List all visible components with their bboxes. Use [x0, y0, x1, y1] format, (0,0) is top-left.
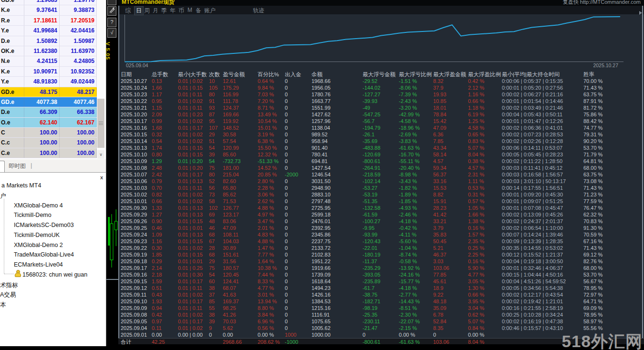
menu-item-账户[interactable]: 账户 — [204, 7, 216, 15]
menu-item-轨迹[interactable]: 轨迹 — [253, 7, 264, 15]
table-row: 2025.10.270.130.01 | 0.021012.610.64 %01… — [118, 78, 644, 84]
navigator-item[interactable]: XMGlobal-Demo 4 — [14, 202, 63, 209]
cell: 37.9 — [433, 84, 468, 91]
market-watch-row[interactable]: D.e66.30966.338 — [0, 107, 97, 117]
market-watch-row[interactable]: D.e1.508921.50987 — [0, 36, 97, 46]
cell: 0 — [285, 191, 312, 198]
menu-item-备[interactable]: 备 — [196, 7, 201, 15]
cell: 0 — [285, 104, 312, 111]
cell: 2345.86 — [312, 231, 363, 238]
cell: -230.11 — [363, 318, 399, 325]
check-button[interactable]: √ — [107, 28, 116, 38]
market-watch-row[interactable]: Y.e48.9183049.02449 — [0, 77, 97, 87]
menu-item-月[interactable]: 月 — [153, 7, 158, 15]
market-watch-row[interactable]: GD.e1.296831.29776 — [0, 0, 97, 5]
cell: 0 — [285, 84, 312, 91]
navigator-item[interactable]: ECMarkets-Live04 — [14, 261, 63, 268]
cell: -144.02 — [363, 84, 399, 91]
help-button[interactable]: ? — [107, 18, 116, 27]
cell: 53.70 % — [583, 271, 644, 278]
market-watch-row[interactable]: Y.e41.9968442.04416 — [0, 26, 97, 36]
tab-active-edge[interactable] — [0, 161, 5, 173]
navigator-item[interactable]: 1568023: chun wei guan — [22, 271, 87, 278]
tab-tick-chart[interactable]: 即时图 — [9, 162, 26, 170]
cell: 82.60 — [223, 178, 258, 185]
cell: 0 — [285, 245, 312, 251]
menu-item-季[interactable]: 季 — [161, 7, 167, 15]
market-watch-row[interactable]: N.e4.241154.24805 — [0, 56, 97, 66]
menu-item-综[interactable]: 综 — [125, 7, 131, 15]
cell: 0 — [285, 165, 312, 171]
cell: 48 — [209, 218, 223, 225]
navigator-item[interactable]: 本 — [0, 301, 6, 309]
cell: -120.43 — [363, 238, 399, 245]
table-row: 2025.09.090.940.01 | 0.115598.258.80 %01… — [118, 305, 644, 311]
cell: 1618.64 — [312, 278, 363, 285]
cell: 78.84 — [433, 111, 468, 118]
move-tool-button[interactable] — [107, 6, 116, 16]
cell: 0:00:02 | 0:19:42 | 1:21:01 — [502, 298, 583, 305]
navigator-item[interactable]: Tickmill-DemoUK — [14, 232, 60, 238]
cell: 120.45 — [223, 271, 258, 278]
cell: -25.35 — [363, 311, 399, 318]
cell: 47.09 — [223, 225, 258, 231]
navigator-item[interactable]: 户 — [0, 192, 6, 200]
cell: 0.46 — [152, 225, 178, 231]
cell: -8.98 % — [399, 171, 433, 178]
cell: 63.75 % — [583, 91, 644, 98]
cell: 73.08 % — [583, 178, 644, 185]
cell: 2025.09.12 — [121, 285, 152, 291]
cell: 0:00:02 | 0:06:27 | 0:21:16 — [502, 91, 583, 98]
cell: 1005.62 — [312, 325, 363, 331]
market-watch-row[interactable]: C.e100.00100.00 — [0, 148, 97, 158]
menu-item-M[interactable]: M — [187, 7, 192, 13]
scrollbar-thumb[interactable] — [97, 99, 104, 148]
market-watch-row[interactable]: C100.00100.00 — [0, 128, 97, 138]
cell: 0.01 | 0.15 — [178, 251, 209, 258]
market-watch-row[interactable]: C.c100.00100.00 — [0, 138, 97, 148]
market-watch-row[interactable]: O.e62.14062.167 — [0, 118, 97, 128]
cell: 151.61 — [223, 251, 258, 258]
market-watch-scrollbar[interactable]: ∨ — [97, 0, 104, 159]
market-watch-row[interactable]: K.e10.9097110.92352 — [0, 67, 97, 77]
cell: 2025.10.02 — [121, 191, 152, 198]
cell: -180.19 — [363, 251, 399, 258]
cell: 0.56 % — [258, 325, 285, 331]
cell: 116.99 — [223, 91, 258, 98]
scrollbar-down-arrow-icon[interactable]: ∨ — [97, 150, 104, 159]
cell: 0:00:05 | 0:05:45 | 0:28:23 — [502, 151, 583, 158]
market-watch-row[interactable]: OK.e11.6238011.63970 — [0, 46, 97, 56]
navigator-item[interactable]: A交易 — [0, 291, 16, 299]
cell: 0.01 | 0.30 — [178, 271, 209, 278]
cell: 91.30 % — [583, 225, 644, 231]
menu-item-周[interactable]: 周 — [144, 7, 150, 15]
market-watch-row[interactable]: K.e9.376419.38873 — [0, 5, 97, 15]
ask-cell: 1.50987 — [60, 36, 97, 46]
navigator-item[interactable]: TradeMaxGlobal-Live4 — [14, 251, 74, 258]
navigator-item[interactable]: ICMarketsSC-Demo03 — [14, 222, 74, 228]
cell: 0 — [285, 205, 312, 211]
navigator-item[interactable]: Tickmill-Demo — [14, 212, 52, 218]
cell: -61.59 — [363, 211, 399, 218]
cell: 0.00 % — [468, 331, 502, 338]
menu-item-年[interactable]: 年 — [170, 7, 176, 15]
cell: -13.92 % — [399, 265, 433, 271]
table-row: 2025.10.140.540.01 | 0.025157.546.38 %09… — [118, 138, 644, 144]
toolbar-button-partial[interactable] — [107, 0, 116, 5]
menu-item-币[interactable]: 币 — [178, 7, 184, 15]
cell: 2025.10.22 — [121, 98, 152, 104]
cell: 0 — [363, 331, 399, 338]
navigator-item[interactable]: XMGlobal-Demo 2 — [14, 242, 63, 248]
market-watch-row[interactable]: GD.e48.17548.217 — [0, 87, 97, 97]
cell: 3.19 % — [258, 131, 285, 138]
cell: 8.04 % — [468, 339, 502, 344]
cell: 0.01 | 0.01 — [178, 225, 209, 231]
cell: -20.40 % — [399, 165, 433, 171]
bid-cell: 9.37641 — [24, 5, 60, 15]
market-watch-row[interactable]: R.e17.1861117.20519 — [0, 16, 97, 26]
navigator-item[interactable]: a Markets MT4 — [1, 182, 41, 189]
close-icon[interactable]: x — [100, 175, 103, 180]
cell: 0:00:01 | 0:32:46 | 4:06:37 — [502, 265, 583, 271]
market-watch-row[interactable]: GD.e4077.384077.46 — [0, 97, 97, 107]
navigator-item[interactable]: 术指标 — [0, 281, 18, 289]
